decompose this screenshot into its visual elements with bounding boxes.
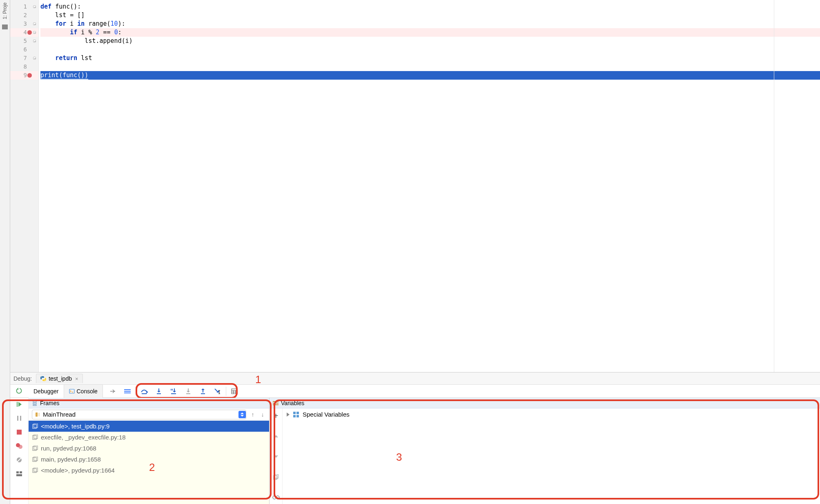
run-to-cursor-button[interactable]	[210, 386, 225, 397]
svg-rect-36	[16, 474, 22, 476]
editor-gutter[interactable]: 1 2 3 4 5 6 7 8 9	[10, 0, 39, 372]
gutter-line[interactable]: 8	[10, 62, 38, 71]
fold-icon[interactable]	[33, 31, 36, 34]
svg-rect-28	[20, 416, 21, 421]
expand-icon[interactable]	[287, 413, 290, 417]
pause-button[interactable]	[15, 414, 23, 422]
svg-rect-58	[275, 474, 278, 478]
variables-icon	[273, 401, 279, 406]
frame-item[interactable]: run, pydevd.py:1068	[29, 443, 269, 454]
variables-title: Variables	[281, 400, 304, 406]
project-tool-label: 1: Proje	[2, 2, 8, 19]
gutter-line[interactable]: 4	[10, 28, 38, 37]
gutter-line[interactable]: 6	[10, 45, 38, 54]
special-vars-icon	[293, 411, 299, 418]
python-icon	[40, 376, 46, 381]
debugger-subtab[interactable]: Debugger	[29, 385, 64, 398]
variables-header: Variables	[270, 398, 820, 408]
project-tool-tab[interactable]: 1: Proje	[2, 2, 8, 19]
scroll-down-button[interactable]	[272, 453, 280, 461]
frame-item[interactable]: main, pydevd.py:1658	[29, 454, 269, 465]
debug-session-tab[interactable]: test_ipdb ×	[36, 374, 82, 383]
navigate-out-button[interactable]	[105, 386, 120, 397]
force-step-into-button[interactable]	[181, 386, 196, 397]
thread-selector-row: MainThread ↑ ↓	[29, 408, 269, 421]
breakpoint-icon[interactable]	[27, 30, 32, 35]
layout-settings-button[interactable]	[15, 470, 23, 478]
debug-session-name: test_ipdb	[49, 375, 72, 382]
svg-rect-63	[293, 415, 296, 417]
folder-icon	[2, 25, 8, 29]
code-area[interactable]: def func(): lst = [] for i in range(10):…	[39, 0, 820, 372]
close-icon[interactable]: ×	[75, 376, 78, 382]
gutter-line[interactable]: 7	[10, 54, 38, 62]
mute-breakpoints-button[interactable]	[15, 456, 23, 464]
stop-button[interactable]	[15, 428, 23, 436]
svg-point-3	[114, 391, 115, 392]
debug-label: Debug:	[13, 375, 32, 382]
debug-body: Frames MainThread ↑ ↓ <module>, test_ipd…	[10, 398, 820, 504]
variables-tree[interactable]: Special Variables	[283, 408, 820, 504]
svg-rect-40	[36, 413, 38, 417]
gutter-line[interactable]: 1	[10, 2, 38, 11]
thread-select[interactable]: MainThread	[32, 410, 246, 419]
copy-button[interactable]	[272, 473, 280, 481]
frame-item[interactable]: <module>, test_ipdb.py:9	[29, 421, 269, 432]
step-into-button[interactable]	[152, 386, 166, 397]
breakpoint-icon[interactable]	[27, 73, 32, 78]
svg-rect-64	[296, 415, 299, 417]
gutter-line[interactable]: 2	[10, 11, 38, 20]
fold-icon[interactable]	[33, 22, 36, 25]
frame-item[interactable]: <module>, pydevd.py:1664	[29, 465, 269, 476]
frames-list[interactable]: <module>, test_ipdb.py:9 execfile, _pyde…	[29, 421, 269, 504]
variables-side-toolbar: +	[270, 408, 283, 504]
fold-icon[interactable]	[33, 5, 36, 8]
settings-button[interactable]	[120, 386, 135, 397]
rerun-button[interactable]	[16, 387, 24, 395]
thread-name: MainThread	[43, 411, 76, 418]
watches-toggle-button[interactable]	[272, 493, 280, 502]
toolbar-separator	[136, 387, 136, 396]
variables-panel: Variables + Special Variable	[270, 398, 820, 504]
scroll-up-button[interactable]	[272, 432, 280, 440]
svg-rect-62	[296, 412, 299, 414]
evaluate-expression-button[interactable]	[227, 386, 242, 397]
frame-icon	[32, 467, 38, 474]
svg-rect-26	[17, 402, 18, 407]
left-tool-rail[interactable]: 1: Proje	[0, 0, 10, 504]
fold-icon[interactable]	[33, 40, 36, 42]
previous-frame-button[interactable]: ↑	[250, 411, 256, 418]
console-subtab[interactable]: Console	[64, 385, 103, 398]
frame-item[interactable]: execfile, _pydev_execfile.py:18	[29, 432, 269, 443]
toolbar-separator	[226, 387, 226, 396]
svg-point-1	[45, 380, 45, 381]
debug-title-bar: Debug: test_ipdb ×	[10, 372, 820, 385]
fold-icon[interactable]	[33, 57, 36, 60]
frames-title: Frames	[40, 400, 59, 406]
svg-point-31	[18, 445, 22, 449]
svg-rect-34	[16, 471, 19, 473]
frames-icon	[32, 400, 38, 406]
step-over-button[interactable]	[137, 386, 152, 397]
resume-button[interactable]	[15, 400, 23, 408]
view-breakpoints-button[interactable]	[15, 442, 23, 450]
gutter-line[interactable]: 5	[10, 37, 38, 45]
svg-rect-57	[274, 475, 277, 479]
gutter-line[interactable]: 3	[10, 20, 38, 28]
svg-rect-37	[33, 401, 36, 402]
frames-panel: Frames MainThread ↑ ↓ <module>, test_ipd…	[29, 398, 270, 504]
svg-rect-61	[293, 412, 296, 414]
code-editor[interactable]: 1 2 3 4 5 6 7 8 9 def func(): lst = [] f…	[10, 0, 820, 372]
step-out-button[interactable]	[196, 386, 210, 397]
svg-rect-27	[17, 416, 18, 421]
next-frame-button[interactable]: ↓	[259, 411, 266, 418]
svg-point-60	[276, 496, 279, 499]
step-into-my-code-button[interactable]	[166, 386, 181, 397]
special-vars-label: Special Variables	[303, 411, 350, 418]
frame-icon	[32, 445, 38, 452]
gutter-line[interactable]: 9	[10, 71, 38, 80]
add-watch-button[interactable]: +	[272, 412, 280, 420]
svg-rect-29	[17, 430, 22, 435]
select-arrows-icon	[238, 411, 246, 418]
variables-item[interactable]: Special Variables	[287, 411, 816, 418]
